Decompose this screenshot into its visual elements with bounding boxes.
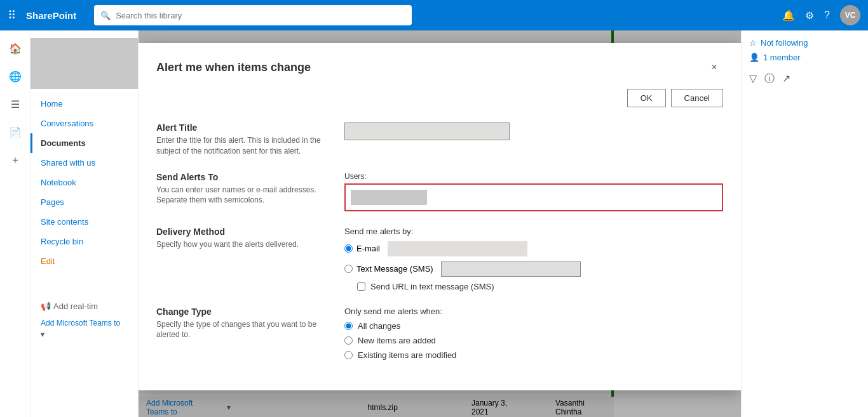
follow-label: Not following bbox=[761, 38, 808, 48]
all-changes-option[interactable]: All changes bbox=[344, 321, 723, 331]
delivery-method-section: Delivery Method Specify how you want the… bbox=[156, 227, 723, 291]
panel-action-icons: ▽ ⓘ ↗ bbox=[749, 72, 860, 86]
members-button[interactable]: 👤 1 member bbox=[749, 53, 860, 62]
sidebar-item-documents[interactable]: Documents bbox=[31, 133, 138, 153]
change-type-label-col: Change Type Specify the type of changes … bbox=[156, 307, 334, 341]
all-changes-label: All changes bbox=[358, 321, 400, 331]
alert-title-input-col bbox=[344, 122, 723, 140]
home-icon-btn[interactable]: 🏠 bbox=[3, 36, 28, 61]
expand-icon[interactable]: ↗ bbox=[782, 72, 790, 86]
sms-radio[interactable] bbox=[344, 265, 353, 273]
document-icon-btn[interactable]: 📄 bbox=[3, 119, 28, 145]
change-type-input-col: Only send me alerts when: All changes Ne… bbox=[344, 307, 723, 360]
sms-input bbox=[441, 261, 581, 277]
info-icon[interactable]: ⓘ bbox=[764, 72, 775, 86]
sidebar-item-edit[interactable]: Edit bbox=[31, 251, 138, 271]
change-type-label: Change Type bbox=[156, 307, 334, 317]
nav-icons: 🔔 ⚙ ? VC bbox=[782, 5, 860, 25]
send-alerts-section: Send Alerts To You can enter user names … bbox=[156, 172, 723, 211]
existing-items-label: Existing items are modified bbox=[358, 350, 456, 360]
users-input[interactable] bbox=[432, 192, 717, 202]
send-alerts-label: Send Alerts To bbox=[156, 172, 334, 182]
content-area: Alert me when items change × OK Cancel A… bbox=[139, 30, 741, 417]
alert-modal: Alert me when items change × OK Cancel A… bbox=[139, 43, 741, 390]
search-bar[interactable]: 🔍 bbox=[94, 5, 412, 25]
alert-title-label-col: Alert Title Enter the title for this ale… bbox=[156, 122, 334, 157]
main-layout: 🏠 🌐 ☰ 📄 ＋ Home Conversations Documents S… bbox=[0, 30, 868, 417]
send-url-label: Send URL in text message (SMS) bbox=[370, 282, 494, 291]
avatar[interactable]: VC bbox=[840, 5, 860, 25]
alert-title-label: Alert Title bbox=[156, 122, 334, 133]
new-items-option[interactable]: New items are added bbox=[344, 336, 723, 345]
delivery-label: Delivery Method bbox=[156, 227, 334, 237]
sidebar-item-shared[interactable]: Shared with us bbox=[31, 153, 138, 173]
delivery-input-col: Send me alerts by: E-mail bbox=[344, 227, 723, 291]
existing-items-option[interactable]: Existing items are modified bbox=[344, 350, 723, 360]
sidebar-item-pages[interactable]: Pages bbox=[31, 192, 138, 212]
left-icon-bar: 🏠 🌐 ☰ 📄 ＋ bbox=[0, 30, 31, 417]
modal-actions: OK Cancel bbox=[156, 89, 723, 107]
sidebar-item-recycle-bin[interactable]: Recycle bin bbox=[31, 232, 138, 251]
send-url-row: Send URL in text message (SMS) bbox=[344, 282, 723, 291]
sms-label: Text Message (SMS) bbox=[356, 264, 433, 274]
settings-icon[interactable]: ⚙ bbox=[805, 10, 814, 22]
add-icon-btn[interactable]: ＋ bbox=[3, 147, 28, 173]
sidebar-item-notebook[interactable]: Notebook bbox=[31, 173, 138, 192]
change-type-section: Change Type Specify the type of changes … bbox=[156, 307, 723, 360]
all-changes-radio[interactable] bbox=[344, 322, 353, 330]
email-label: E-mail bbox=[356, 244, 380, 253]
sidebar-item-site-contents[interactable]: Site contents bbox=[31, 212, 138, 232]
new-items-radio[interactable] bbox=[344, 336, 353, 345]
change-type-desc: Specify the type of changes that you wan… bbox=[156, 319, 334, 341]
members-label: 1 member bbox=[763, 53, 801, 62]
user-token bbox=[351, 190, 427, 205]
modal-title: Alert me when items change bbox=[156, 61, 311, 74]
email-display bbox=[388, 241, 527, 256]
list-icon-btn[interactable]: ☰ bbox=[3, 91, 28, 117]
send-me-alerts-label: Send me alerts by: bbox=[344, 227, 723, 236]
site-nav-header-image bbox=[31, 38, 138, 89]
alert-title-input[interactable] bbox=[344, 122, 510, 140]
add-realtime-label: 📢Add real-tim bbox=[31, 296, 138, 316]
follow-button[interactable]: ☆ Not following bbox=[749, 38, 860, 48]
users-label: Users: bbox=[344, 172, 723, 181]
ok-button[interactable]: OK bbox=[627, 89, 666, 107]
only-send-label: Only send me alerts when: bbox=[344, 307, 723, 316]
sidebar-item-home[interactable]: Home bbox=[31, 94, 138, 114]
globe-icon-btn[interactable]: 🌐 bbox=[3, 63, 28, 89]
right-panel: ☆ Not following 👤 1 member ▽ ⓘ ↗ bbox=[741, 30, 868, 417]
site-navigation: Home Conversations Documents Shared with… bbox=[31, 30, 139, 417]
alert-title-desc: Enter the title for this alert. This is … bbox=[156, 135, 334, 157]
waffle-icon[interactable]: ⠿ bbox=[8, 8, 16, 22]
help-icon[interactable]: ? bbox=[824, 10, 830, 21]
cancel-button[interactable]: Cancel bbox=[671, 89, 723, 107]
sidebar-item-conversations[interactable]: Conversations bbox=[31, 114, 138, 133]
delivery-desc: Specify how you want the alerts delivere… bbox=[156, 239, 334, 250]
add-teams-link[interactable]: Add Microsoft Teams to bbox=[31, 316, 138, 330]
modal-header: Alert me when items change × bbox=[156, 58, 723, 76]
modal-overlay: Alert me when items change × OK Cancel A… bbox=[139, 30, 741, 417]
send-alerts-desc: You can enter user names or e-mail addre… bbox=[156, 185, 334, 206]
delivery-label-col: Delivery Method Specify how you want the… bbox=[156, 227, 334, 250]
modal-close-button[interactable]: × bbox=[705, 58, 723, 76]
person-icon: 👤 bbox=[749, 53, 759, 62]
notification-icon[interactable]: 🔔 bbox=[782, 10, 795, 22]
search-input[interactable] bbox=[116, 11, 405, 20]
alert-title-section: Alert Title Enter the title for this ale… bbox=[156, 122, 723, 157]
change-type-radio-group: All changes New items are added Existing… bbox=[344, 321, 723, 360]
email-radio[interactable] bbox=[344, 244, 353, 253]
users-field[interactable] bbox=[344, 183, 723, 211]
sharepoint-logo[interactable]: SharePoint bbox=[26, 10, 76, 21]
filter-icon[interactable]: ▽ bbox=[749, 72, 757, 86]
search-icon: 🔍 bbox=[100, 11, 111, 20]
send-url-checkbox[interactable] bbox=[357, 282, 365, 291]
send-alerts-label-col: Send Alerts To You can enter user names … bbox=[156, 172, 334, 206]
send-alerts-input-col: Users: bbox=[344, 172, 723, 211]
existing-items-radio[interactable] bbox=[344, 351, 353, 359]
top-navigation: ⠿ SharePoint 🔍 🔔 ⚙ ? VC bbox=[0, 0, 868, 30]
new-items-label: New items are added bbox=[358, 336, 436, 345]
star-icon: ☆ bbox=[749, 38, 757, 48]
